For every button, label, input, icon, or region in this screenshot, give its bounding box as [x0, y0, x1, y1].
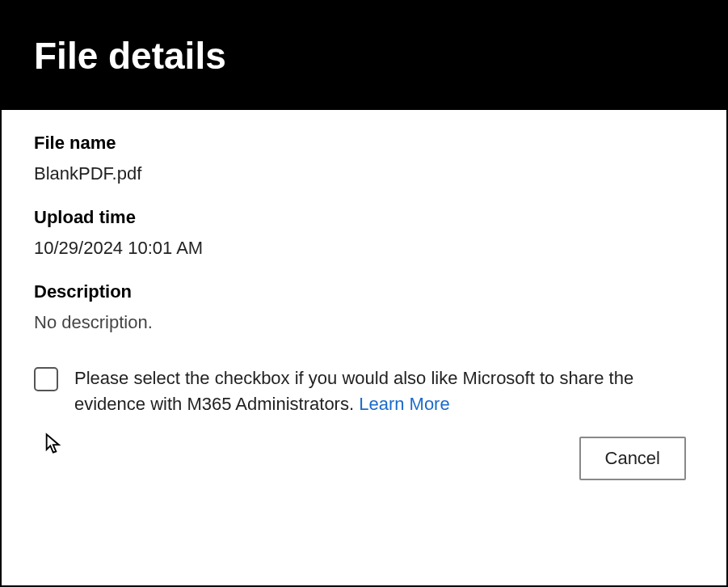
file-name-label: File name [34, 133, 694, 154]
description-label: Description [34, 281, 694, 302]
file-name-group: File name BlankPDF.pdf [34, 133, 694, 184]
dialog-header: File details [2, 2, 726, 110]
button-row: Cancel [34, 437, 694, 480]
upload-time-value: 10/29/2024 10:01 AM [34, 238, 694, 259]
learn-more-link[interactable]: Learn More [359, 394, 450, 414]
share-evidence-text: Please select the checkbox if you would … [74, 365, 694, 417]
dialog-title: File details [34, 34, 694, 78]
upload-time-group: Upload time 10/29/2024 10:01 AM [34, 207, 694, 259]
description-value: No description. [34, 312, 694, 333]
upload-time-label: Upload time [34, 207, 694, 228]
share-evidence-row: Please select the checkbox if you would … [34, 365, 694, 417]
dialog-content: File name BlankPDF.pdf Upload time 10/29… [2, 110, 726, 585]
share-evidence-checkbox[interactable] [34, 367, 58, 391]
checkbox-description: Please select the checkbox if you would … [74, 368, 633, 414]
file-name-value: BlankPDF.pdf [34, 163, 694, 184]
description-group: Description No description. [34, 281, 694, 333]
cancel-button[interactable]: Cancel [579, 437, 686, 480]
